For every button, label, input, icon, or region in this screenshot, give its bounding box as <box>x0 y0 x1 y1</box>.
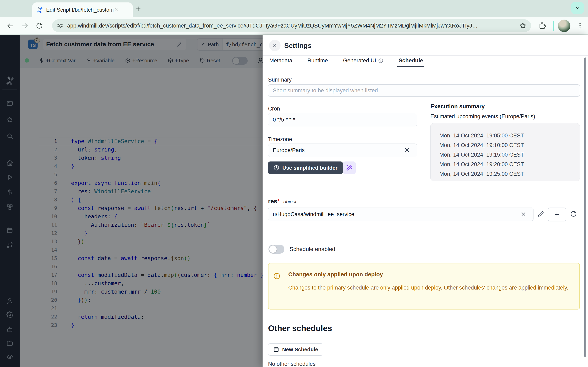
chrome-separator <box>553 21 554 31</box>
forward-icon[interactable] <box>21 22 29 30</box>
summary-label: Summary <box>268 77 292 83</box>
other-schedules-title: Other schedules <box>268 324 332 333</box>
calendar-icon <box>273 346 279 352</box>
execution-summary-subtitle: Estimated upcoming events (Europe/Paris) <box>430 113 535 120</box>
settings-tabs: MetadataRuntimeGenerated UISchedule <box>268 55 424 67</box>
upcoming-event: Mon, 14 Oct 2024, 19:20:00 CEST <box>439 161 524 167</box>
new-tab-button[interactable] <box>135 5 142 12</box>
reload-icon[interactable] <box>35 22 43 30</box>
res-input[interactable] <box>268 208 534 221</box>
tab-metadata[interactable]: Metadata <box>268 55 294 67</box>
url-text: app.windmill.dev/scripts/edit/f/bd/fetch… <box>67 23 519 29</box>
alert-circle-icon <box>273 272 281 280</box>
browser-tab-strip: Edit Script f/bd/fetch_custom <box>0 0 588 17</box>
tab-generated-ui[interactable]: Generated UI <box>342 55 385 67</box>
upcoming-event: Mon, 14 Oct 2024, 19:25:00 CEST <box>439 171 524 177</box>
back-icon[interactable] <box>6 22 14 30</box>
edit-res-pencil-icon[interactable] <box>537 210 544 217</box>
cron-input[interactable] <box>268 113 417 126</box>
clear-res-icon[interactable] <box>520 211 527 217</box>
chevron-down-icon <box>575 5 581 11</box>
warning-title: Changes only applied upon deploy <box>288 271 383 278</box>
plus-icon <box>554 211 560 218</box>
magic-wand-icon <box>346 164 353 171</box>
res-field-label: res*object <box>268 198 296 205</box>
builder-button-label: Use simplified builder <box>282 165 337 171</box>
close-drawer-button[interactable] <box>269 40 281 51</box>
upcoming-event: Mon, 14 Oct 2024, 19:05:00 CEST <box>439 133 524 139</box>
refresh-res-icon[interactable] <box>570 210 577 217</box>
execution-summary-title: Execution summary <box>430 103 485 110</box>
timezone-input[interactable] <box>268 143 417 157</box>
tab-schedule[interactable]: Schedule <box>397 55 424 67</box>
clock-icon <box>273 165 279 171</box>
upcoming-event: Mon, 14 Oct 2024, 19:15:00 CEST <box>439 152 524 158</box>
browser-navbar: app.windmill.dev/scripts/edit/f/bd/fetch… <box>0 17 588 35</box>
new-schedule-label: New Schedule <box>282 346 318 353</box>
res-name: res <box>268 198 277 205</box>
no-other-schedules-text: No other schedules <box>268 361 316 367</box>
clear-timezone-icon[interactable] <box>404 147 410 153</box>
site-controls-icon[interactable] <box>57 22 63 29</box>
browser-tab[interactable]: Edit Script f/bd/fetch_custom <box>32 2 133 17</box>
info-icon <box>378 58 383 63</box>
cron-label: Cron <box>268 106 280 112</box>
summary-input[interactable] <box>268 84 580 97</box>
url-bar[interactable]: app.windmill.dev/scripts/edit/f/bd/fetch… <box>52 19 531 32</box>
ai-wand-button[interactable] <box>343 161 356 174</box>
upcoming-event: Mon, 14 Oct 2024, 19:10:00 CEST <box>439 142 524 149</box>
new-schedule-button[interactable]: New Schedule <box>268 343 323 356</box>
drawer-scrollbar[interactable] <box>584 58 586 357</box>
menu-kebab-icon[interactable] <box>576 22 584 30</box>
tab-runtime[interactable]: Runtime <box>306 55 329 67</box>
profile-avatar[interactable] <box>558 20 571 32</box>
add-resource-button[interactable] <box>548 208 566 221</box>
window-chevron-button[interactable] <box>571 2 584 14</box>
tab-title-fade <box>106 5 121 14</box>
drawer-title: Settings <box>284 42 311 50</box>
tab-title: Edit Script f/bd/fetch_custom <box>46 7 113 13</box>
required-marker: * <box>277 198 280 205</box>
settings-drawer: Settings MetadataRuntimeGenerated UISche… <box>263 35 588 367</box>
extensions-icon[interactable] <box>538 22 546 30</box>
windmill-favicon-icon <box>36 6 43 13</box>
simplified-builder-button[interactable]: Use simplified builder <box>268 161 343 174</box>
timezone-label: Timezone <box>268 136 292 142</box>
res-type: object <box>283 199 296 204</box>
schedule-enabled-toggle[interactable] <box>268 245 285 254</box>
bookmark-star-icon[interactable] <box>519 22 527 29</box>
schedule-enabled-label: Schedule enabled <box>290 246 335 252</box>
close-icon <box>272 42 278 49</box>
toggle-knob <box>269 245 277 253</box>
warning-body: Changes to the primary schedule are only… <box>288 283 572 293</box>
screen: Edit Script f/bd/fetch_custom app.windmi… <box>0 0 588 367</box>
